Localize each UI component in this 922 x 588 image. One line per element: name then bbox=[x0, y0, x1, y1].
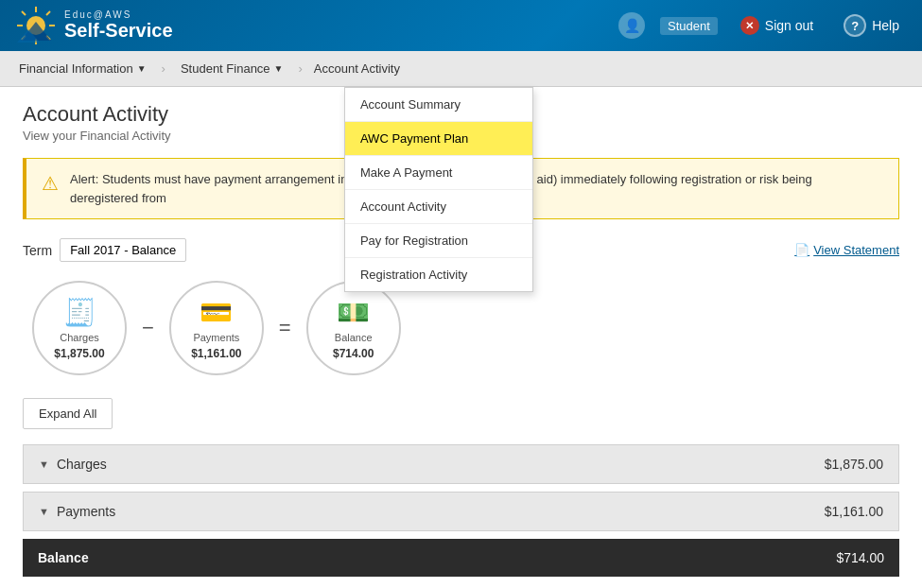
charges-amount: $1,875.00 bbox=[54, 347, 104, 360]
dropdown-item-awc-payment-plan[interactable]: AWC Payment Plan bbox=[345, 122, 532, 156]
charges-caret-icon: ▼ bbox=[39, 458, 49, 470]
charges-row-label: Charges bbox=[57, 457, 107, 472]
logo-text: Educ@AWS Self-Service bbox=[64, 9, 173, 42]
navbar: Financial Information ▼ › Student Financ… bbox=[0, 51, 922, 87]
balance-amount: $714.00 bbox=[333, 347, 374, 360]
logo-icon bbox=[15, 5, 57, 46]
view-statement-link[interactable]: 📄 View Statement bbox=[794, 243, 899, 257]
student-finance-caret-icon: ▼ bbox=[274, 63, 284, 74]
header-actions: 👤 Student ✕ Sign out ? Help bbox=[618, 10, 907, 41]
nav-separator-2: › bbox=[299, 61, 303, 76]
nav-separator-1: › bbox=[162, 61, 165, 76]
charges-row[interactable]: ▼ Charges $1,875.00 bbox=[23, 444, 899, 484]
signout-icon: ✕ bbox=[740, 16, 759, 35]
header: Educ@AWS Self-Service 👤 Student ✕ Sign o… bbox=[0, 0, 922, 51]
payments-label: Payments bbox=[193, 332, 239, 343]
payments-row-amount: $1,161.00 bbox=[825, 504, 883, 519]
nav-financial-info[interactable]: Financial Information ▼ bbox=[8, 51, 158, 86]
expand-all-button[interactable]: Expand All bbox=[23, 398, 113, 429]
payments-circle: 💳 Payments $1,161.00 bbox=[169, 281, 264, 375]
balance-icon: 💵 bbox=[337, 297, 370, 328]
svg-line-5 bbox=[22, 11, 26, 15]
charges-row-amount: $1,875.00 bbox=[825, 457, 883, 472]
balance-row: Balance $714.00 bbox=[23, 539, 899, 577]
payments-amount: $1,161.00 bbox=[191, 347, 241, 360]
payments-row[interactable]: ▼ Payments $1,161.00 bbox=[23, 492, 899, 531]
help-icon: ? bbox=[844, 14, 866, 37]
minus-operator: − bbox=[142, 316, 154, 340]
charges-label: Charges bbox=[60, 332, 99, 343]
balance-row-amount: $714.00 bbox=[836, 550, 884, 565]
term-value: Fall 2017 - Balance bbox=[60, 238, 186, 262]
financial-info-caret-icon: ▼ bbox=[137, 63, 147, 74]
dropdown-item-pay-registration[interactable]: Pay for Registration bbox=[345, 224, 532, 258]
payments-row-label: Payments bbox=[57, 504, 115, 519]
payments-caret-icon: ▼ bbox=[39, 506, 49, 517]
balance-circle: 💵 Balance $714.00 bbox=[306, 281, 401, 375]
charges-icon: 🧾 bbox=[63, 297, 96, 328]
dropdown-item-account-activity[interactable]: Account Activity bbox=[345, 190, 532, 224]
student-finance-dropdown: Account Summary AWC Payment Plan Make A … bbox=[344, 87, 533, 292]
alert-icon: ⚠ bbox=[42, 172, 59, 195]
logo-area: Educ@AWS Self-Service bbox=[15, 5, 618, 46]
dropdown-item-make-payment[interactable]: Make A Payment bbox=[345, 156, 532, 190]
nav-student-finance[interactable]: Student Finance ▼ Account Summary AWC Pa… bbox=[169, 51, 295, 86]
dropdown-item-registration-activity[interactable]: Registration Activity bbox=[345, 258, 532, 291]
signout-button[interactable]: ✕ Sign out bbox=[733, 12, 821, 39]
charges-circle: 🧾 Charges $1,875.00 bbox=[32, 281, 127, 375]
view-statement-icon: 📄 bbox=[794, 243, 809, 257]
username: Student bbox=[660, 17, 718, 35]
dropdown-item-account-summary[interactable]: Account Summary bbox=[345, 88, 532, 122]
term-label: Term bbox=[23, 243, 52, 258]
balance-row-label: Balance bbox=[38, 550, 89, 565]
balance-label: Balance bbox=[335, 332, 373, 343]
nav-breadcrumb: Account Activity bbox=[306, 61, 408, 76]
help-button[interactable]: ? Help bbox=[836, 10, 907, 41]
svg-line-7 bbox=[46, 11, 50, 15]
payments-icon: 💳 bbox=[200, 297, 233, 328]
equals-operator: = bbox=[279, 316, 291, 340]
financial-summary: 🧾 Charges $1,875.00 − 💳 Payments $1,161.… bbox=[23, 281, 899, 375]
avatar: 👤 bbox=[618, 12, 645, 39]
